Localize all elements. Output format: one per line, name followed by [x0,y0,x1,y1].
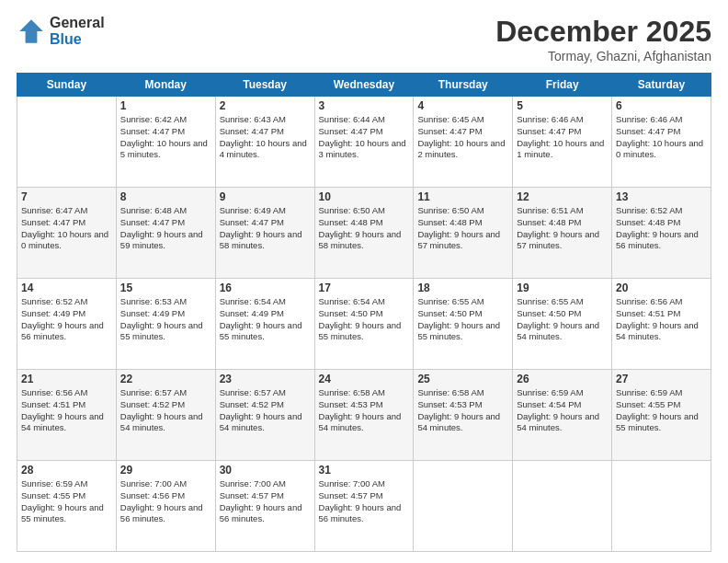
day-number: 30 [220,464,311,477]
cell-info: Sunrise: 6:46 AM Sunset: 4:47 PM Dayligh… [517,114,608,161]
day-header-thursday: Thursday [414,74,513,97]
daylight-text: Daylight: 9 hours and 55 minutes. [21,502,104,524]
cell-info: Sunrise: 6:58 AM Sunset: 4:53 PM Dayligh… [417,387,508,434]
sunset-text: Sunset: 4:48 PM [417,217,482,227]
calendar-cell: 7 Sunrise: 6:47 AM Sunset: 4:47 PM Dayli… [17,188,117,279]
cell-info: Sunrise: 6:43 AM Sunset: 4:47 PM Dayligh… [220,114,311,161]
location: Tormay, Ghazni, Afghanistan [495,49,711,63]
calendar-cell: 20 Sunrise: 6:56 AM Sunset: 4:51 PM Dayl… [612,279,711,370]
daylight-text: Daylight: 9 hours and 55 minutes. [120,320,203,342]
daylight-text: Daylight: 10 hours and 4 minutes. [220,138,307,160]
sunset-text: Sunset: 4:47 PM [319,126,383,136]
daylight-text: Daylight: 9 hours and 58 minutes. [220,229,302,251]
day-header-tuesday: Tuesday [215,74,314,97]
calendar-cell: 4 Sunrise: 6:45 AM Sunset: 4:47 PM Dayli… [414,97,513,188]
calendar-header-row: SundayMondayTuesdayWednesdayThursdayFrid… [17,74,711,97]
daylight-text: Daylight: 9 hours and 56 minutes. [616,229,699,251]
header: General Blue December 2025 Tormay, Ghazn… [17,15,711,63]
cell-info: Sunrise: 6:42 AM Sunset: 4:47 PM Dayligh… [120,114,211,161]
daylight-text: Daylight: 9 hours and 54 minutes. [21,411,104,433]
day-number: 17 [319,282,410,294]
daylight-text: Daylight: 9 hours and 54 minutes. [120,411,203,433]
day-number: 26 [517,373,608,385]
calendar-cell: 9 Sunrise: 6:49 AM Sunset: 4:47 PM Dayli… [215,188,314,279]
day-number: 31 [319,464,410,477]
calendar-cell: 6 Sunrise: 6:46 AM Sunset: 4:47 PM Dayli… [612,97,711,188]
day-header-friday: Friday [513,74,612,97]
sunset-text: Sunset: 4:55 PM [616,399,680,409]
day-number: 22 [120,373,211,385]
sunset-text: Sunset: 4:49 PM [120,308,185,318]
day-number: 11 [417,190,508,203]
svg-marker-0 [19,19,43,43]
cell-info: Sunrise: 6:49 AM Sunset: 4:47 PM Dayligh… [220,205,311,252]
calendar-cell: 23 Sunrise: 6:57 AM Sunset: 4:52 PM Dayl… [215,370,314,461]
sunset-text: Sunset: 4:57 PM [319,490,383,500]
day-number: 27 [616,373,707,385]
calendar-cell: 13 Sunrise: 6:52 AM Sunset: 4:48 PM Dayl… [612,188,711,279]
daylight-text: Daylight: 9 hours and 54 minutes. [417,411,500,433]
cell-info: Sunrise: 6:55 AM Sunset: 4:50 PM Dayligh… [417,296,508,343]
sunset-text: Sunset: 4:53 PM [319,399,383,409]
sunrise-text: Sunrise: 6:57 AM [220,387,286,397]
day-number: 21 [21,373,112,385]
cell-info: Sunrise: 6:57 AM Sunset: 4:52 PM Dayligh… [120,387,211,434]
sunrise-text: Sunrise: 6:52 AM [616,205,682,215]
cell-info: Sunrise: 6:58 AM Sunset: 4:53 PM Dayligh… [319,387,410,434]
sunrise-text: Sunrise: 6:54 AM [220,296,286,306]
day-number: 1 [120,99,211,112]
sunset-text: Sunset: 4:47 PM [21,217,85,227]
cell-info: Sunrise: 7:00 AM Sunset: 4:57 PM Dayligh… [220,478,311,525]
sunrise-text: Sunrise: 6:46 AM [616,114,682,124]
cell-info: Sunrise: 6:59 AM Sunset: 4:55 PM Dayligh… [616,387,707,434]
sunset-text: Sunset: 4:49 PM [21,308,85,318]
sunrise-text: Sunrise: 6:50 AM [319,205,385,215]
sunset-text: Sunset: 4:51 PM [21,399,85,409]
day-number: 29 [120,464,211,477]
daylight-text: Daylight: 10 hours and 1 minute. [517,138,604,160]
sunset-text: Sunset: 4:47 PM [220,126,284,136]
sunrise-text: Sunrise: 6:42 AM [120,114,187,124]
sunrise-text: Sunrise: 6:45 AM [417,114,483,124]
calendar-cell: 21 Sunrise: 6:56 AM Sunset: 4:51 PM Dayl… [17,370,117,461]
calendar-cell [612,461,711,552]
daylight-text: Daylight: 9 hours and 57 minutes. [517,229,599,251]
sunset-text: Sunset: 4:47 PM [120,126,185,136]
sunrise-text: Sunrise: 6:59 AM [21,478,87,488]
calendar-cell: 30 Sunrise: 7:00 AM Sunset: 4:57 PM Dayl… [215,461,314,552]
sunset-text: Sunset: 4:56 PM [120,490,185,500]
daylight-text: Daylight: 9 hours and 54 minutes. [517,320,599,342]
day-number: 8 [120,190,211,203]
cell-info: Sunrise: 6:53 AM Sunset: 4:49 PM Dayligh… [120,296,211,343]
day-number: 24 [319,373,410,385]
cell-info: Sunrise: 6:47 AM Sunset: 4:47 PM Dayligh… [21,205,112,252]
sunrise-text: Sunrise: 6:50 AM [417,205,483,215]
day-number: 12 [517,190,608,203]
day-number: 6 [616,99,707,112]
cell-info: Sunrise: 6:56 AM Sunset: 4:51 PM Dayligh… [21,387,112,434]
sunset-text: Sunset: 4:49 PM [220,308,284,318]
sunset-text: Sunset: 4:47 PM [517,126,581,136]
calendar-cell: 26 Sunrise: 6:59 AM Sunset: 4:54 PM Dayl… [513,370,612,461]
calendar-cell: 28 Sunrise: 6:59 AM Sunset: 4:55 PM Dayl… [17,461,117,552]
sunset-text: Sunset: 4:54 PM [517,399,581,409]
cell-info: Sunrise: 6:59 AM Sunset: 4:54 PM Dayligh… [517,387,608,434]
day-number: 25 [417,373,508,385]
sunset-text: Sunset: 4:51 PM [616,308,680,318]
daylight-text: Daylight: 9 hours and 56 minutes. [120,502,203,524]
calendar-cell: 2 Sunrise: 6:43 AM Sunset: 4:47 PM Dayli… [215,97,314,188]
calendar-cell: 18 Sunrise: 6:55 AM Sunset: 4:50 PM Dayl… [414,279,513,370]
sunset-text: Sunset: 4:48 PM [319,217,383,227]
sunset-text: Sunset: 4:50 PM [319,308,383,318]
calendar-cell: 24 Sunrise: 6:58 AM Sunset: 4:53 PM Dayl… [314,370,414,461]
daylight-text: Daylight: 10 hours and 2 minutes. [417,138,505,160]
sunrise-text: Sunrise: 6:52 AM [21,296,87,306]
sunset-text: Sunset: 4:52 PM [220,399,284,409]
sunrise-text: Sunrise: 6:59 AM [517,387,583,397]
daylight-text: Daylight: 9 hours and 55 minutes. [319,320,402,342]
logo-blue: Blue [50,31,105,48]
cell-info: Sunrise: 6:55 AM Sunset: 4:50 PM Dayligh… [517,296,608,343]
day-number: 7 [21,190,112,203]
sunrise-text: Sunrise: 6:48 AM [120,205,187,215]
sunrise-text: Sunrise: 7:00 AM [319,478,385,488]
